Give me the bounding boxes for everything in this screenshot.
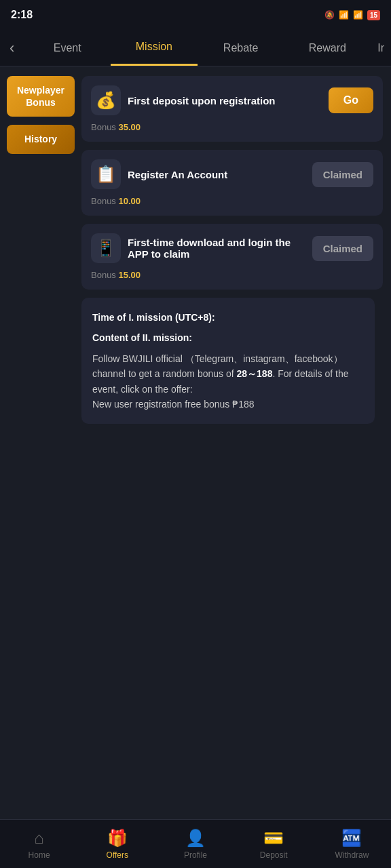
bottom-nav-offers[interactable]: 🎁 Offers <box>78 829 156 860</box>
info-box: Time of I. mission (UTC+8): Content of I… <box>81 298 375 424</box>
bonus-text-deposit: Bonus 35.00 <box>91 122 373 132</box>
bottom-nav-home[interactable]: ⌂ Home <box>0 829 78 860</box>
status-icons: 🔕 📶 📶 15 <box>324 10 380 20</box>
mission-title-wrap-download: 📱 First-time download and login the APP … <box>91 233 312 263</box>
sidebar: Newplayer Bonus History <box>0 76 81 432</box>
mission-icon-register: 📋 <box>91 159 121 189</box>
offers-label: Offers <box>107 850 128 860</box>
info-section2-label: Content of II. mission: <box>92 330 364 345</box>
info-offer-text: New user registration free bonus ₱188 <box>92 399 255 410</box>
bottom-nav-withdraw[interactable]: 🏧 Withdraw <box>313 829 391 860</box>
mission-icon-download: 📱 <box>91 233 121 263</box>
deposit-icon: 💳 <box>263 829 284 848</box>
mission-icon-deposit: 💰 <box>91 85 121 115</box>
mission-go-button[interactable]: Go <box>329 87 373 113</box>
withdraw-icon: 🏧 <box>341 829 362 848</box>
bonus-amount-download: 15.00 <box>119 270 141 280</box>
profile-icon: 👤 <box>185 829 206 848</box>
bottom-nav-deposit[interactable]: 💳 Deposit <box>235 829 313 860</box>
mission-card-download: 📱 First-time download and login the APP … <box>81 224 383 290</box>
mission-card-first-deposit: 💰 First deposit upon registration Go Bon… <box>81 76 383 142</box>
home-icon: ⌂ <box>34 829 44 848</box>
mission-title-wrap: 💰 First deposit upon registration <box>91 85 329 115</box>
mission-title-register: Register An Account <box>128 169 312 180</box>
top-navigation: ‹ Event Mission Rebate Reward Ir <box>0 30 391 66</box>
tab-mission[interactable]: Mission <box>111 30 198 66</box>
tab-rebate[interactable]: Rebate <box>198 31 284 65</box>
bottom-navigation: ⌂ Home 🎁 Offers 👤 Profile 💳 Deposit 🏧 Wi… <box>0 819 391 868</box>
offers-icon: 🎁 <box>107 829 128 848</box>
bonus-amount-register: 10.00 <box>119 196 141 206</box>
tab-event[interactable]: Event <box>24 31 111 65</box>
mute-icon: 🔕 <box>324 10 335 20</box>
info-section1-label: Time of I. mission (UTC+8): <box>92 310 364 325</box>
withdraw-label: Withdraw <box>335 850 369 860</box>
mission-claimed-button-register: Claimed <box>312 162 373 187</box>
history-button[interactable]: History <box>7 125 75 153</box>
status-bar: 2:18 🔕 📶 📶 15 <box>0 0 391 30</box>
missions-area: 💰 First deposit upon registration Go Bon… <box>81 76 391 432</box>
newplayer-bonus-button[interactable]: Newplayer Bonus <box>7 76 75 117</box>
mission-card-header-register: 📋 Register An Account Claimed <box>91 159 373 189</box>
wifi-icon: 📶 <box>339 10 349 20</box>
info-bonus-range: 28～188 <box>236 368 272 379</box>
home-label: Home <box>29 850 50 860</box>
main-content: Newplayer Bonus History 💰 First deposit … <box>0 66 391 441</box>
profile-label: Profile <box>184 850 207 860</box>
tab-ir[interactable]: Ir <box>371 31 391 65</box>
mission-title-download: First-time download and login the APP to… <box>128 237 312 260</box>
battery-indicator: 15 <box>367 10 380 20</box>
info-section2-text: Follow BWJILI official （Telegram、instagr… <box>92 353 348 410</box>
status-time: 2:18 <box>11 9 33 21</box>
tab-reward[interactable]: Reward <box>284 31 371 65</box>
mission-claimed-button-download: Claimed <box>312 236 373 261</box>
deposit-label: Deposit <box>260 850 288 860</box>
bonus-text-download: Bonus 15.00 <box>91 270 373 280</box>
bottom-nav-profile[interactable]: 👤 Profile <box>156 829 234 860</box>
mission-card-register: 📋 Register An Account Claimed Bonus 10.0… <box>81 150 383 216</box>
signal-icon: 📶 <box>353 10 363 20</box>
back-button[interactable]: ‹ <box>0 39 24 57</box>
bonus-amount-deposit: 35.00 <box>119 122 141 132</box>
mission-card-header-download: 📱 First-time download and login the APP … <box>91 233 373 263</box>
mission-card-header: 💰 First deposit upon registration Go <box>91 85 373 115</box>
mission-title-deposit: First deposit upon registration <box>128 95 329 106</box>
bonus-text-register: Bonus 10.00 <box>91 196 373 206</box>
mission-title-wrap-register: 📋 Register An Account <box>91 159 312 189</box>
